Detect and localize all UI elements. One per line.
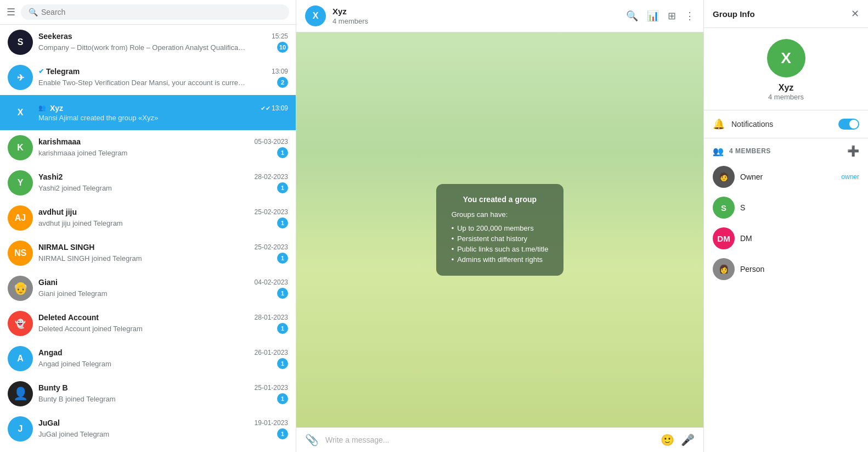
chat-time: 28-01-2023 — [255, 314, 288, 321]
chat-header-members: 4 members — [332, 17, 368, 25]
chat-bottom: NIRMAL SINGH joined Telegram 1 — [38, 253, 288, 264]
avatar: 👻 — [8, 311, 33, 336]
chat-item-telegram[interactable]: ✈ ✔Telegram 13:09 Enable Two-Step Verifi… — [0, 60, 296, 95]
unread-badge: 1 — [277, 288, 288, 299]
chat-top: avdhut jiju 25-02-2023 — [38, 208, 288, 216]
badge-wrap: 1 — [277, 147, 288, 158]
notifications-toggle[interactable] — [838, 119, 859, 130]
group-info-avatar: X — [767, 39, 805, 77]
chat-name: Seekeras — [38, 32, 72, 41]
message-input[interactable] — [325, 436, 654, 444]
chat-preview: Enable Two-Step Verification Dear Mansi,… — [38, 79, 247, 87]
chat-bottom: JuGal joined Telegram 1 — [38, 428, 288, 439]
group-card-point: Admins with different rights — [452, 254, 549, 265]
badge-wrap: 1 — [277, 288, 288, 299]
avatar: Y — [8, 170, 33, 196]
avatar: A — [8, 346, 33, 371]
chat-item-deleted-account[interactable]: 👻 Deleted Account 28-01-2023 Deleted Acc… — [0, 306, 296, 341]
attach-icon[interactable]: 📎 — [305, 433, 319, 447]
emoji-icon[interactable]: 🙂 — [661, 433, 674, 447]
chat-header-name: Xyz — [332, 7, 619, 16]
chat-preview: karishmaaa joined Telegram — [38, 149, 127, 157]
member-avatar: S — [713, 197, 735, 219]
notifications-row: 🔔 Notifications — [704, 110, 868, 138]
member-info: S — [740, 203, 859, 212]
chat-time: ✔✔13:09 — [261, 104, 288, 112]
close-icon[interactable]: ✕ — [851, 8, 859, 20]
search-box[interactable]: 🔍 — [21, 4, 289, 20]
group-card-point: Up to 200,000 members — [452, 223, 549, 233]
chat-preview: Company – Ditto(work from) Role – Operat… — [38, 43, 247, 52]
add-member-icon[interactable]: ➕ — [847, 145, 859, 157]
chat-time: 26-01-2023 — [255, 349, 288, 356]
unread-badge: 1 — [277, 182, 288, 193]
chat-preview: Angad joined Telegram — [38, 360, 111, 368]
chat-time: 25-02-2023 — [255, 243, 288, 251]
columns-icon[interactable]: ⊞ — [668, 10, 676, 22]
chat-name: JuGal — [38, 418, 60, 427]
chat-item-xyz[interactable]: X 👥Xyz ✔✔13:09 Mansi Ajimal created the … — [0, 95, 296, 130]
chat-header-avatar: X — [305, 5, 326, 26]
member-item[interactable]: S S — [704, 192, 868, 223]
chat-item-nirmal-singh[interactable]: NS NIRMAL SINGH 25-02-2023 NIRMAL SINGH … — [0, 236, 296, 271]
member-item[interactable]: DM DM — [704, 223, 868, 254]
chat-preview: Giani joined Telegram — [38, 289, 108, 298]
badge-wrap: 10 — [277, 42, 288, 53]
chat-content: 👥Xyz ✔✔13:09 Mansi Ajimal created the gr… — [38, 104, 288, 122]
chat-top: Yashi2 28-02-2023 — [38, 172, 288, 181]
sidebar-header: ☰ 🔍 — [0, 0, 296, 25]
chat-bottom: Mansi Ajimal created the group «Xyz» — [38, 114, 288, 122]
unread-badge: 2 — [277, 77, 288, 88]
member-name: Person — [740, 265, 859, 274]
more-options-icon[interactable]: ⋮ — [685, 10, 695, 22]
chat-item-seekeras[interactable]: S Seekeras 15:25 Company – Ditto(work fr… — [0, 25, 296, 60]
poll-icon[interactable]: 📊 — [647, 10, 659, 22]
chat-item-karishmaaa[interactable]: K karishmaaa 05-03-2023 karishmaaa joine… — [0, 130, 296, 165]
avatar: J — [8, 416, 33, 442]
chat-preview: NIRMAL SINGH joined Telegram — [38, 254, 142, 263]
chat-time: 15:25 — [272, 32, 288, 40]
chat-bottom: Yashi2 joined Telegram 1 — [38, 182, 288, 193]
chat-name: ✔Telegram — [38, 67, 80, 76]
search-input[interactable] — [41, 8, 281, 16]
chat-list: S Seekeras 15:25 Company – Ditto(work fr… — [0, 25, 296, 452]
chat-top: Seekeras 15:25 — [38, 32, 288, 41]
chat-preview: Yashi2 joined Telegram — [38, 184, 112, 192]
member-item[interactable]: 🧑 Owner owner — [704, 161, 868, 192]
member-name: DM — [740, 234, 859, 243]
chat-content: Bunty B 25-01-2023 Bunty B joined Telegr… — [38, 383, 288, 404]
chat-item-avdhut-jiju[interactable]: AJ avdhut jiju 25-02-2023 avdhut jiju jo… — [0, 200, 296, 236]
member-item[interactable]: 👩 Person — [704, 254, 868, 284]
chat-bottom: avdhut jiju joined Telegram 1 — [38, 217, 288, 228]
chat-name: 👥Xyz — [38, 104, 63, 113]
mic-icon[interactable]: 🎤 — [681, 433, 695, 447]
unread-badge: 1 — [277, 253, 288, 264]
chat-bottom: Angad joined Telegram 1 — [38, 358, 288, 369]
group-profile: X Xyz 4 members — [704, 28, 868, 110]
chat-time: 25-02-2023 — [255, 208, 288, 216]
search-chat-icon[interactable]: 🔍 — [626, 10, 638, 22]
chat-name: Bunty B — [38, 383, 68, 392]
chat-name: Yashi2 — [38, 172, 63, 181]
chat-content: Giani 04-02-2023 Giani joined Telegram 1 — [38, 278, 288, 299]
group-icon: 👥 — [38, 104, 46, 111]
chat-name: NIRMAL SINGH — [38, 243, 94, 252]
group-card-point: Public links such as t.me/title — [452, 244, 549, 254]
search-icon: 🔍 — [29, 8, 38, 16]
chat-header: X Xyz 4 members 🔍 📊 ⊞ ⋮ — [296, 0, 703, 32]
chat-top: karishmaaa 05-03-2023 — [38, 137, 288, 146]
chat-top: ✔Telegram 13:09 — [38, 67, 288, 76]
member-info: DM — [740, 234, 859, 243]
chat-item-yashi2[interactable]: Y Yashi2 28-02-2023 Yashi2 joined Telegr… — [0, 165, 296, 200]
unread-badge: 1 — [277, 358, 288, 369]
chat-item-jugal[interactable]: J JuGal 19-01-2023 JuGal joined Telegram… — [0, 411, 296, 447]
chat-item-angad[interactable]: A Angad 26-01-2023 Angad joined Telegram… — [0, 341, 296, 376]
chat-bottom: Enable Two-Step Verification Dear Mansi,… — [38, 77, 288, 88]
chat-preview: Bunty B joined Telegram — [38, 395, 116, 403]
chat-item-giani[interactable]: 👴 Giani 04-02-2023 Giani joined Telegram… — [0, 271, 296, 306]
chat-item-bunty-b[interactable]: 👤 Bunty B 25-01-2023 Bunty B joined Tele… — [0, 376, 296, 411]
chat-preview: Mansi Ajimal created the group «Xyz» — [38, 114, 158, 122]
group-created-card: You created a group Groups can have: Up … — [436, 184, 564, 276]
group-card-subtitle: Groups can have: — [452, 210, 549, 219]
menu-icon[interactable]: ☰ — [7, 6, 15, 18]
